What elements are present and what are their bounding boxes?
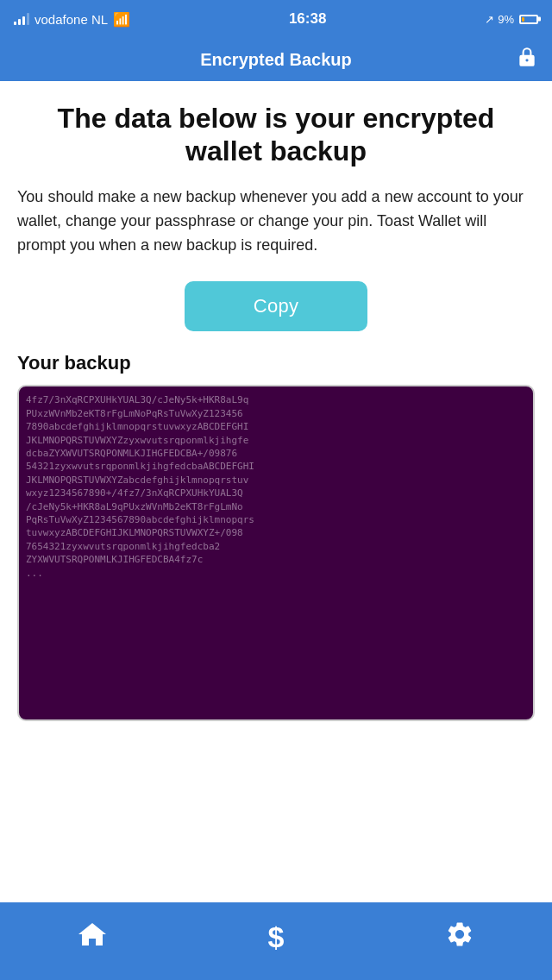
bottom-nav: $ bbox=[0, 902, 552, 980]
status-left: vodafone NL 📶 bbox=[14, 11, 130, 28]
backup-box: 4fz7/3nXqRCPXUHkYUAL3Q/cJeNy5k+HKR8aL9q … bbox=[17, 385, 535, 721]
location-icon: ↗ bbox=[485, 13, 494, 26]
main-title: The data below is your encrypted wallet … bbox=[17, 102, 535, 168]
copy-button[interactable]: Copy bbox=[185, 281, 368, 331]
backup-label: Your backup bbox=[17, 352, 535, 374]
status-right: ↗ 9% bbox=[485, 13, 538, 26]
gear-icon bbox=[445, 920, 474, 955]
clock: 16:38 bbox=[289, 10, 326, 28]
header-title: Encrypted Backup bbox=[200, 50, 352, 70]
home-icon bbox=[77, 920, 108, 954]
battery-percent: 9% bbox=[498, 13, 514, 26]
nav-dollar[interactable]: $ bbox=[184, 920, 367, 954]
header: Encrypted Backup bbox=[0, 38, 552, 81]
carrier-label: vodafone NL bbox=[34, 12, 108, 27]
lock-icon[interactable] bbox=[516, 46, 538, 73]
battery-icon bbox=[519, 15, 538, 24]
dollar-icon: $ bbox=[268, 920, 285, 954]
description-text: You should make a new backup whenever yo… bbox=[17, 185, 535, 258]
signal-icon bbox=[14, 13, 29, 25]
nav-home[interactable] bbox=[0, 920, 184, 954]
main-content: The data below is your encrypted wallet … bbox=[0, 81, 552, 902]
wifi-icon: 📶 bbox=[113, 11, 130, 28]
status-bar: vodafone NL 📶 16:38 ↗ 9% bbox=[0, 0, 552, 38]
nav-settings[interactable] bbox=[368, 920, 552, 955]
backup-text: 4fz7/3nXqRCPXUHkYUAL3Q/cJeNy5k+HKR8aL9q … bbox=[19, 386, 533, 586]
